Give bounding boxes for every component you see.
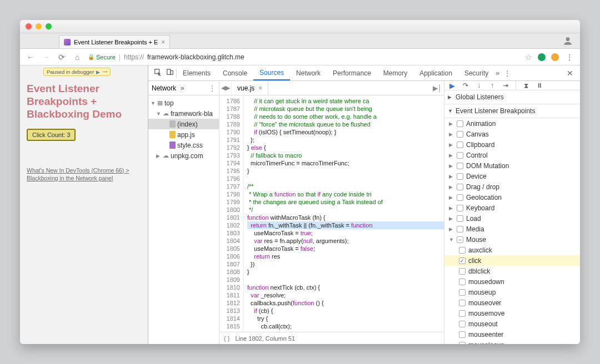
checkbox-icon[interactable]	[457, 184, 463, 190]
inspect-element-icon[interactable]	[152, 68, 164, 78]
event-click[interactable]: click	[444, 255, 580, 266]
checkbox-icon[interactable]	[459, 257, 466, 264]
devtools-tab-elements[interactable]: Elements	[177, 65, 217, 80]
event-category-animation[interactable]: ▶Animation	[444, 118, 580, 129]
event-mousedown[interactable]: mousedown	[444, 276, 580, 287]
deactivate-breakpoints-button[interactable]: ⧗	[522, 82, 531, 89]
event-mouseover[interactable]: mouseover	[444, 297, 580, 308]
checkbox-icon[interactable]	[459, 247, 466, 254]
event-auxclick[interactable]: auxclick	[444, 245, 580, 255]
profile-avatar-icon[interactable]	[562, 36, 573, 47]
checkbox-icon[interactable]	[459, 310, 466, 317]
checkbox-icon[interactable]	[457, 236, 463, 243]
devtools-more-tabs-icon[interactable]: »	[496, 69, 499, 77]
tree-domain-unpkg[interactable]: ▶☁unpkg.com	[148, 150, 219, 161]
event-mouseleave[interactable]: mouseleave	[444, 340, 580, 344]
close-tab-icon[interactable]: ×	[161, 38, 165, 46]
event-mouseout[interactable]: mouseout	[444, 318, 580, 329]
devtools-close-icon[interactable]: ✕	[563, 69, 577, 78]
devtools-tab-console[interactable]: Console	[217, 65, 253, 80]
event-category-dom-mutation[interactable]: ▶DOM Mutation	[444, 160, 580, 171]
browser-menu-icon[interactable]: ⋮	[564, 53, 574, 62]
step-into-button[interactable]: ↓	[474, 82, 483, 89]
navigator-header[interactable]: Network » ⋮	[148, 81, 219, 95]
editor-tab-vuejs[interactable]: vue.js ×	[232, 81, 268, 95]
event-dblclick[interactable]: dblclick	[444, 266, 580, 276]
event-category-load[interactable]: ▶Load	[444, 213, 580, 224]
reload-button[interactable]: ⟳	[57, 53, 67, 62]
event-category-canvas[interactable]: ▶Canvas	[444, 129, 580, 139]
checkbox-icon[interactable]	[457, 226, 463, 232]
event-mousemove[interactable]: mousemove	[444, 308, 580, 318]
address-bar[interactable]: 🔒Secure | https://framework-blackboxing.…	[88, 53, 519, 61]
home-button[interactable]: ⌂	[72, 53, 82, 62]
bookmark-star-icon[interactable]: ☆	[525, 53, 532, 62]
navigator-more-icon[interactable]: »	[181, 84, 184, 92]
step-over-button[interactable]: ↷	[461, 82, 470, 89]
editor-run-snippet-icon[interactable]: ▶│	[431, 84, 444, 92]
event-mouseenter[interactable]: mouseenter	[444, 329, 580, 340]
checkbox-icon[interactable]	[457, 215, 463, 222]
checkbox-icon[interactable]	[457, 120, 463, 127]
event-category-drag---drop[interactable]: ▶Drag / drop	[444, 181, 580, 192]
browser-tab[interactable]: Event Listener Breakpoints + E ×	[59, 35, 170, 48]
extension-icon-1[interactable]	[538, 53, 546, 61]
devtools-tab-network[interactable]: Network	[290, 65, 327, 80]
checkbox-icon[interactable]	[457, 173, 463, 180]
click-count-button[interactable]: Click Count: 3	[27, 129, 76, 141]
resume-icon[interactable]: ▶	[96, 69, 100, 75]
checkbox-icon[interactable]	[457, 131, 463, 138]
checkbox-icon[interactable]	[459, 289, 466, 296]
tree-file-index[interactable]: (index)	[148, 119, 219, 129]
checkbox-icon[interactable]	[457, 152, 463, 159]
event-category-geolocation[interactable]: ▶Geolocation	[444, 192, 580, 203]
checkbox-icon[interactable]	[459, 268, 466, 275]
resume-button[interactable]: ▶	[448, 82, 457, 90]
maximize-window-icon[interactable]	[46, 23, 52, 29]
event-listener-breakpoints-section[interactable]: ▼Event Listener Breakpoints	[444, 104, 580, 118]
tree-file-appjs[interactable]: app.js	[148, 129, 219, 140]
event-category-mouse[interactable]: ▼Mouse	[444, 234, 580, 245]
devtools-tab-application[interactable]: Application	[413, 65, 458, 80]
checkbox-icon[interactable]	[459, 279, 466, 285]
page-link[interactable]: What's New In DevTools (Chrome 66) > Bla…	[27, 166, 141, 182]
checkbox-icon[interactable]	[457, 163, 463, 169]
step-out-button[interactable]: ↑	[488, 82, 497, 89]
checkbox-icon[interactable]	[457, 141, 463, 148]
checkbox-icon[interactable]	[459, 321, 466, 327]
global-listeners-section[interactable]: ▶Global Listeners	[444, 90, 580, 104]
tree-file-stylecss[interactable]: style.css	[148, 140, 219, 150]
event-category-device[interactable]: ▶Device	[444, 171, 580, 181]
devtools-settings-icon[interactable]: ⋮	[499, 69, 515, 77]
event-mouseup[interactable]: mouseup	[444, 287, 580, 297]
extension-icon-2[interactable]	[551, 53, 559, 61]
checkbox-icon[interactable]	[459, 300, 466, 306]
code-area[interactable]: 1786 1787 1788 1789 1790 1791 1792 1793 …	[219, 95, 444, 332]
forward-button[interactable]: →	[41, 53, 51, 62]
editor-history-icon[interactable]: ◀▶	[219, 81, 232, 95]
event-category-media[interactable]: ▶Media	[444, 224, 580, 234]
devtools-tab-security[interactable]: Security	[458, 65, 494, 80]
event-category-clipboard[interactable]: ▶Clipboard	[444, 139, 580, 150]
devtools-tab-performance[interactable]: Performance	[327, 65, 377, 80]
checkbox-icon[interactable]	[457, 194, 463, 201]
devtools-tab-memory[interactable]: Memory	[377, 65, 413, 80]
device-toggle-icon[interactable]	[164, 68, 176, 78]
navigator-menu-icon[interactable]: ⋮	[209, 84, 216, 92]
minimize-window-icon[interactable]	[36, 23, 42, 29]
step-icon[interactable]: ⭢	[102, 69, 107, 75]
checkbox-icon[interactable]	[457, 205, 463, 211]
pretty-print-icon[interactable]: { }	[224, 335, 229, 342]
step-button[interactable]: ⇥	[501, 82, 510, 89]
checkbox-icon[interactable]	[459, 331, 466, 338]
back-button[interactable]: ←	[26, 53, 36, 62]
pause-on-exceptions-button[interactable]: ⏸	[535, 82, 544, 89]
event-category-control[interactable]: ▶Control	[444, 150, 580, 160]
devtools-tab-sources[interactable]: Sources	[253, 65, 290, 80]
editor-tab-close-icon[interactable]: ×	[258, 84, 262, 92]
close-window-icon[interactable]	[26, 23, 32, 29]
event-category-keyboard[interactable]: ▶Keyboard	[444, 203, 580, 213]
tree-top[interactable]: ▼▦top	[148, 98, 219, 108]
checkbox-icon[interactable]	[459, 342, 466, 345]
tree-domain[interactable]: ▼☁framework-bla	[148, 108, 219, 119]
